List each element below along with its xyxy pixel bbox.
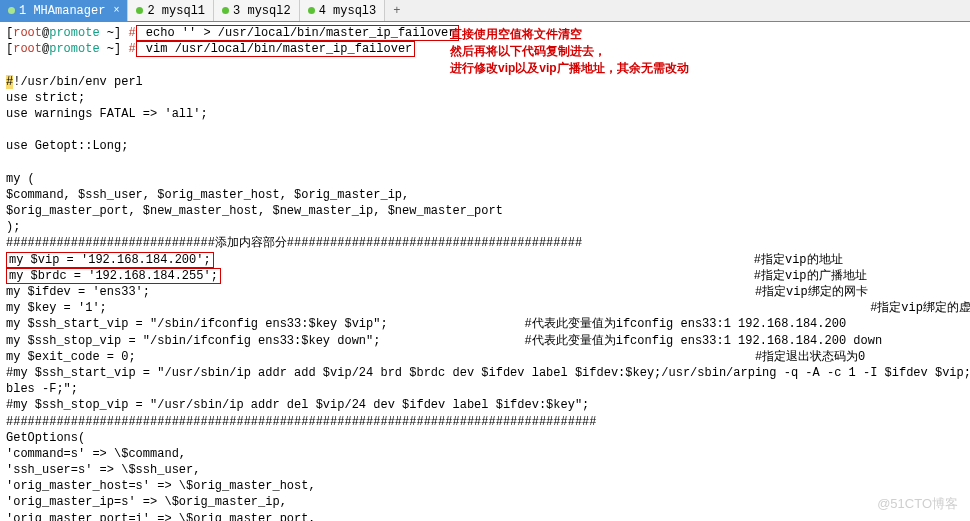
prompt-user: root	[13, 26, 42, 40]
highlighted-var-brdc: my $brdc = '192.168.184.255';	[6, 268, 221, 284]
code-line: );	[6, 220, 20, 234]
code-line: !/usr/bin/env perl	[13, 75, 143, 89]
add-tab-button[interactable]: +	[385, 0, 408, 21]
highlighted-command: vim /usr/local/bin/master_ip_failover	[136, 41, 416, 57]
tab-mysql2[interactable]: 3 mysql2	[214, 0, 300, 21]
annotation-line: 然后再将以下代码复制进去，	[450, 43, 689, 60]
code-line: my $ssh_start_vip = "/sbin/ifconfig ens3…	[6, 317, 846, 331]
code-line: my (	[6, 172, 35, 186]
code-line: 'command=s' => \$command,	[6, 447, 186, 461]
prompt-host: promote	[49, 42, 99, 56]
code-line: $command, $ssh_user, $orig_master_host, …	[6, 188, 409, 202]
status-dot-icon	[222, 7, 229, 14]
highlighted-var-vip: my $vip = '192.168.184.200';	[6, 252, 214, 268]
code-line: GetOptions(	[6, 431, 85, 445]
status-dot-icon	[136, 7, 143, 14]
close-icon[interactable]: ×	[113, 5, 119, 16]
tab-label: 2 mysql1	[147, 4, 205, 18]
tab-bar: 1 MHAmanager × 2 mysql1 3 mysql2 4 mysql…	[0, 0, 970, 22]
status-dot-icon	[8, 7, 15, 14]
annotation-line: 进行修改vip以及vip广播地址，其余无需改动	[450, 60, 689, 77]
code-line: 'orig_master_port=i' => \$orig_master_po…	[6, 512, 316, 521]
code-line: my $exit_code = 0; #指定退出状态码为0	[6, 350, 865, 364]
annotation-box: 直接使用空值将文件清空 然后再将以下代码复制进去， 进行修改vip以及vip广播…	[450, 26, 689, 76]
status-dot-icon	[308, 7, 315, 14]
code-line: use Getopt::Long;	[6, 139, 128, 153]
code-line: 'ssh_user=s' => \$ssh_user,	[6, 463, 200, 477]
tab-label: 3 mysql2	[233, 4, 291, 18]
code-line: use warnings FATAL => 'all';	[6, 107, 208, 121]
code-line: my $ssh_stop_vip = "/sbin/ifconfig ens33…	[6, 334, 882, 348]
code-line: 'orig_master_ip=s' => \$orig_master_ip,	[6, 495, 287, 509]
code-line: $orig_master_port, $new_master_host, $ne…	[6, 204, 503, 218]
tab-mysql3[interactable]: 4 mysql3	[300, 0, 386, 21]
code-line: #############################添加内容部分#####…	[6, 236, 582, 250]
prompt-path: ~	[100, 42, 114, 56]
code-line: #my $ssh_start_vip = "/usr/sbin/ip addr …	[6, 366, 970, 380]
prompt-host: promote	[49, 26, 99, 40]
code-line: #my $ssh_stop_vip = "/usr/sbin/ip addr d…	[6, 398, 589, 412]
code-line: ########################################…	[6, 415, 597, 429]
prompt-path: ~	[100, 26, 114, 40]
code-line: bles -F;";	[6, 382, 78, 396]
prompt-hash: #	[121, 26, 135, 40]
tab-mhamanager[interactable]: 1 MHAmanager ×	[0, 0, 128, 21]
code-line: my $key = '1'; #指定vip绑定的虚拟网卡序列号	[6, 301, 970, 315]
code-comment: #指定vip的地址	[214, 253, 843, 267]
code-comment: #指定vip的广播地址	[221, 269, 867, 283]
watermark: @51CTO博客	[877, 495, 958, 513]
highlighted-command: echo '' > /usr/local/bin/master_ip_failo…	[136, 25, 459, 41]
plus-icon: +	[393, 4, 400, 18]
tab-mysql1[interactable]: 2 mysql1	[128, 0, 214, 21]
code-line: my $ifdev = 'ens33'; #指定vip绑定的网卡	[6, 285, 868, 299]
prompt-user: root	[13, 42, 42, 56]
code-line: 'orig_master_host=s' => \$orig_master_ho…	[6, 479, 316, 493]
terminal-output[interactable]: [root@promote ~] # echo '' > /usr/local/…	[0, 22, 970, 521]
tab-label: 4 mysql3	[319, 4, 377, 18]
prompt-hash: #	[121, 42, 135, 56]
tab-label: 1 MHAmanager	[19, 4, 105, 18]
code-line: use strict;	[6, 91, 85, 105]
annotation-line: 直接使用空值将文件清空	[450, 26, 689, 43]
